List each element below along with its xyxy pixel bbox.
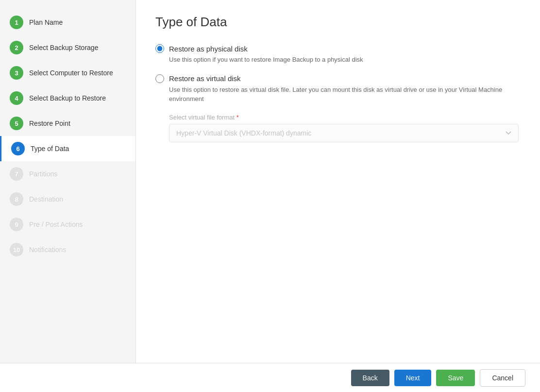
- sidebar-item-9: 9Pre / Post Actions: [0, 212, 135, 237]
- virtual-format-select[interactable]: Hyper-V Virtual Disk (VHDX-format) dynam…: [169, 124, 519, 142]
- physical-disk-option: Restore as physical disk Use this option…: [155, 44, 521, 65]
- virtual-disk-radio[interactable]: [155, 74, 164, 83]
- virtual-format-section: Select virtual file format * Hyper-V Vir…: [169, 114, 521, 142]
- virtual-format-label: Select virtual file format *: [169, 114, 521, 121]
- virtual-disk-label[interactable]: Restore as virtual disk: [169, 74, 241, 83]
- physical-disk-desc: Use this option if you want to restore I…: [169, 55, 521, 65]
- sidebar-item-10: 10Notifications: [0, 237, 135, 262]
- step-label-10: Notifications: [29, 246, 66, 254]
- cancel-button[interactable]: Cancel: [480, 369, 525, 387]
- step-badge-2: 2: [10, 41, 23, 54]
- step-label-6: Type of Data: [31, 145, 69, 153]
- sidebar-item-4[interactable]: 4Select Backup to Restore: [0, 85, 135, 111]
- step-label-7: Partitions: [29, 170, 57, 178]
- step-label-4: Select Backup to Restore: [29, 94, 106, 102]
- step-badge-4: 4: [10, 91, 23, 105]
- step-label-8: Destination: [29, 195, 63, 203]
- step-badge-6: 6: [11, 142, 25, 155]
- sidebar-item-1[interactable]: 1Plan Name: [0, 10, 135, 35]
- required-marker: *: [236, 114, 239, 121]
- main-container: 1Plan Name2Select Backup Storage3Select …: [0, 0, 540, 363]
- step-badge-1: 1: [10, 16, 23, 29]
- radio-group: Restore as physical disk Use this option…: [155, 44, 521, 142]
- step-label-9: Pre / Post Actions: [29, 221, 83, 228]
- next-button[interactable]: Next: [394, 370, 432, 386]
- sidebar-item-7: 7Partitions: [0, 161, 135, 187]
- step-badge-7: 7: [10, 167, 23, 181]
- footer: Back Next Save Cancel: [0, 363, 540, 392]
- page-title: Type of Data: [155, 15, 521, 30]
- step-label-2: Select Backup Storage: [29, 44, 98, 51]
- sidebar-item-5[interactable]: 5Restore Point: [0, 111, 135, 136]
- step-label-5: Restore Point: [29, 119, 70, 127]
- step-label-1: Plan Name: [29, 18, 63, 26]
- back-button[interactable]: Back: [351, 370, 389, 386]
- step-badge-3: 3: [10, 66, 23, 80]
- virtual-disk-row: Restore as virtual disk: [155, 74, 521, 83]
- virtual-disk-desc: Use this option to restore as virtual di…: [169, 85, 521, 104]
- sidebar-item-3[interactable]: 3Select Computer to Restore: [0, 60, 135, 85]
- physical-disk-radio[interactable]: [155, 44, 164, 53]
- main-content: Type of Data Restore as physical disk Us…: [136, 0, 540, 363]
- sidebar-item-2[interactable]: 2Select Backup Storage: [0, 35, 135, 60]
- physical-disk-label[interactable]: Restore as physical disk: [169, 45, 248, 53]
- sidebar-item-6[interactable]: 6Type of Data: [0, 136, 135, 161]
- step-badge-5: 5: [10, 117, 23, 130]
- sidebar: 1Plan Name2Select Backup Storage3Select …: [0, 0, 136, 363]
- virtual-disk-option: Restore as virtual disk Use this option …: [155, 74, 521, 142]
- step-badge-10: 10: [10, 243, 23, 256]
- physical-disk-row: Restore as physical disk: [155, 44, 521, 53]
- save-button[interactable]: Save: [436, 370, 475, 386]
- step-badge-9: 9: [10, 218, 23, 231]
- step-badge-8: 8: [10, 192, 23, 206]
- step-label-3: Select Computer to Restore: [29, 69, 113, 77]
- sidebar-item-8: 8Destination: [0, 187, 135, 212]
